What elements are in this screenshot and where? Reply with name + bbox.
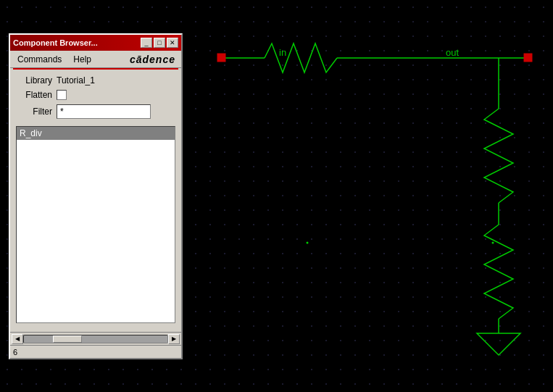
filter-row: Filter	[16, 104, 175, 119]
content-area: Library Tutorial_1 Flatten Filter R_div	[10, 70, 181, 332]
menu-bar: Commands Help cādence	[10, 51, 181, 68]
library-value: Tutorial_1	[57, 75, 95, 86]
status-number: 6	[13, 348, 17, 356]
library-row: Library Tutorial_1	[16, 75, 175, 86]
filter-label: Filter	[16, 107, 52, 117]
flatten-label: Flatten	[16, 90, 52, 100]
filter-input[interactable]	[57, 104, 151, 119]
cadence-logo: cādence	[130, 54, 175, 65]
scroll-right-button[interactable]: ▶	[168, 334, 180, 344]
component-list[interactable]: R_div	[16, 126, 175, 323]
component-browser-window: Component Browser... _ □ ✕ Commands Help…	[9, 33, 183, 359]
minimize-button[interactable]: _	[141, 38, 152, 48]
scrollbar-track[interactable]	[23, 335, 168, 343]
window-title: Component Browser...	[13, 38, 98, 47]
help-menu[interactable]: Help	[69, 53, 96, 66]
list-item[interactable]: R_div	[17, 127, 175, 140]
status-bar: 6	[10, 345, 181, 358]
commands-menu[interactable]: Commands	[13, 53, 66, 66]
scrollbar-thumb[interactable]	[53, 335, 82, 343]
scrollbar-area: ◀ ▶	[10, 332, 181, 345]
flatten-row: Flatten	[16, 90, 175, 100]
close-button[interactable]: ✕	[167, 38, 178, 48]
library-label: Library	[16, 75, 52, 86]
flatten-checkbox[interactable]	[57, 90, 67, 100]
title-bar: Component Browser... _ □ ✕	[10, 35, 181, 51]
scroll-left-button[interactable]: ◀	[12, 334, 23, 344]
maximize-button[interactable]: □	[154, 38, 165, 48]
title-buttons: _ □ ✕	[141, 38, 178, 48]
